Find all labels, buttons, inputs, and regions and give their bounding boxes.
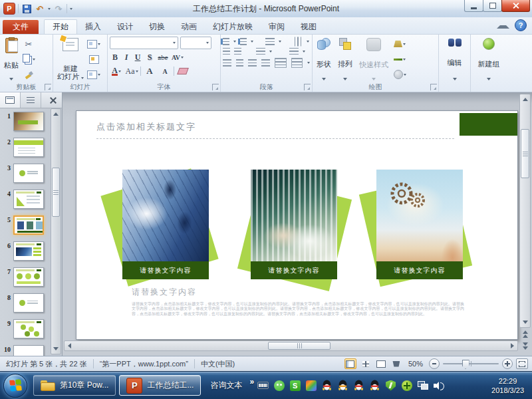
slide-thumbnail-row[interactable]: 2 (0, 138, 50, 157)
green-corner-block[interactable] (460, 113, 517, 136)
arrange-button[interactable]: 排列 (336, 37, 354, 82)
slide-thumbnail-row[interactable]: 7 (0, 267, 50, 287)
wechat-icon[interactable] (273, 380, 285, 391)
slide-thumbnail[interactable] (13, 267, 44, 287)
slide-editor[interactable]: 点击添加相关标题文字 请替换文字内容 请替换文字内容 (76, 110, 518, 340)
shape-effects-button[interactable] (393, 68, 406, 80)
shapes-button[interactable]: 形状 (315, 37, 333, 82)
tray-overflow-button[interactable]: » (249, 377, 254, 386)
body-text-placeholder[interactable]: 请替换文字内容，点击添加相关标题文字，修改文字内容，也可以直接复制你的内容到此。… (132, 302, 464, 336)
align-center-button[interactable] (236, 59, 243, 66)
align-right-button[interactable] (248, 59, 257, 66)
reading-view-button[interactable] (375, 358, 387, 369)
justify-button[interactable] (261, 59, 270, 66)
vertical-scrollbar[interactable] (519, 94, 531, 328)
close-button[interactable] (501, 0, 530, 12)
numbering-dropdown-arrow[interactable] (251, 41, 253, 43)
fit-to-window-button[interactable] (516, 358, 528, 369)
tab-home[interactable]: 开始 (44, 19, 77, 34)
bullets-dropdown-arrow[interactable] (233, 41, 236, 43)
rainbow-app-icon[interactable] (305, 380, 317, 391)
line-spacing-button[interactable] (265, 38, 275, 45)
tab-outline[interactable] (21, 92, 41, 108)
powerpoint-app-icon[interactable]: P (3, 3, 15, 15)
align-text-dropdown-arrow[interactable] (303, 51, 305, 53)
normal-view-button[interactable] (344, 358, 356, 369)
sogou-icon[interactable]: S (289, 380, 301, 391)
slide-thumbnail-row[interactable]: 1 (0, 112, 50, 131)
slide-thumbnail-row[interactable]: 10 (0, 345, 50, 356)
restore-button[interactable] (483, 0, 502, 12)
quick-styles-button[interactable]: 快速样式 (357, 37, 390, 82)
zoom-out-button[interactable] (429, 358, 440, 369)
zoom-level[interactable]: 50% (406, 360, 426, 368)
copy-button[interactable] (22, 53, 35, 65)
tab-slideshow[interactable]: 幻灯片放映 (205, 20, 261, 34)
tab-slides-thumbnails[interactable] (0, 92, 21, 108)
taskbar-item-powerpoint[interactable]: P 工作总结工... (119, 375, 201, 396)
content-card-3[interactable]: 请替换文字内容 (376, 170, 463, 279)
slide-title-placeholder[interactable]: 点击添加相关标题文字 (96, 121, 196, 133)
panel-scrollbar-thumb[interactable] (52, 168, 60, 217)
slide-thumbnail[interactable] (13, 190, 44, 209)
horizontal-scrollbar-thumb[interactable] (268, 342, 331, 350)
slide-thumbnail-row[interactable]: 3 (0, 164, 50, 183)
line-spacing-dropdown-arrow[interactable] (279, 41, 281, 43)
zoom-slider[interactable] (443, 363, 499, 364)
increase-indent-button[interactable] (234, 48, 241, 55)
qq-icon[interactable] (337, 380, 348, 391)
clear-formatting-button[interactable] (176, 65, 190, 77)
underline-button[interactable]: U (132, 51, 143, 63)
bold-button[interactable]: B (110, 51, 120, 63)
taskbar-item-folder[interactable]: 第10章 Pow... (33, 375, 116, 396)
new-slide-button[interactable]: 新建 幻灯片 (55, 37, 86, 82)
scroll-left-button[interactable] (65, 341, 74, 350)
align-text-button[interactable] (289, 48, 299, 55)
network-icon[interactable] (417, 380, 428, 391)
text-direction-button[interactable] (295, 37, 302, 47)
tab-view[interactable]: 视图 (293, 20, 325, 34)
slide-thumbnail[interactable] (13, 164, 44, 183)
antivirus-orb-icon[interactable] (401, 380, 412, 391)
slide-sorter-view-button[interactable] (360, 358, 372, 369)
card-image-analytics[interactable] (251, 170, 337, 261)
taskbar-clock[interactable]: 22:29 2018/3/23 (485, 376, 532, 395)
tab-design[interactable]: 设计 (109, 20, 141, 34)
tab-insert[interactable]: 插入 (77, 20, 109, 34)
smartart-dropdown-arrow[interactable] (307, 62, 310, 64)
horizontal-scrollbar[interactable] (64, 340, 518, 351)
align-left-button[interactable] (223, 59, 231, 66)
slide-thumbnail-row-selected[interactable]: 5 (0, 215, 50, 235)
minimize-ribbon-icon[interactable] (497, 22, 509, 29)
minimize-button[interactable] (464, 0, 483, 12)
slide-thumbnail[interactable] (13, 215, 44, 235)
slide-thumbnail[interactable] (13, 138, 44, 157)
tab-review[interactable]: 审阅 (261, 20, 293, 34)
slide-thumbnail-row[interactable]: 6 (0, 241, 50, 261)
previous-slide-button[interactable] (523, 329, 528, 339)
slide-thumbnail[interactable] (13, 293, 44, 313)
vertical-scrollbar-thumb[interactable] (521, 129, 529, 178)
font-color-button[interactable]: A (110, 65, 123, 77)
columns-dropdown-arrow[interactable] (269, 51, 272, 53)
qq-icon[interactable] (321, 380, 332, 391)
taskbar-item-text-document[interactable]: 咨询文本 (204, 380, 248, 391)
reset-button[interactable] (87, 53, 100, 65)
text-shadow-button[interactable]: S (144, 51, 155, 63)
section-button[interactable] (87, 68, 100, 80)
paragraph-dialog-launcher[interactable] (304, 84, 311, 90)
undo-dropdown-arrow[interactable] (48, 8, 51, 10)
slide-thumbnail[interactable] (13, 345, 44, 356)
editing-button[interactable]: 编辑 (446, 37, 464, 82)
new-group-button[interactable]: 新建组 (476, 37, 502, 82)
tab-transitions[interactable]: 切换 (141, 20, 173, 34)
strikethrough-button[interactable]: abe (156, 51, 170, 63)
scroll-down-button[interactable] (521, 317, 529, 327)
layout-button[interactable] (87, 38, 100, 50)
shrink-font-button[interactable]: A (158, 65, 172, 77)
slide-thumbnail[interactable] (13, 112, 44, 131)
text-direction-dropdown-arrow[interactable] (307, 41, 309, 43)
columns-button[interactable] (256, 48, 265, 55)
undo-button[interactable]: ↶ (35, 3, 45, 14)
slide-thumbnail[interactable] (13, 319, 44, 338)
